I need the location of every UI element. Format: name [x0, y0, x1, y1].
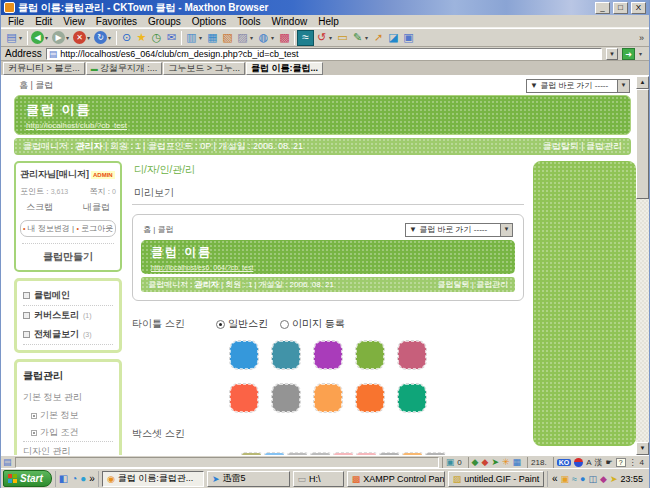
- box-skin-swatch-2[interactable]: [265, 453, 284, 455]
- forward-caret-icon[interactable]: ▾: [66, 34, 72, 41]
- admin-item-join-condition[interactable]: 가입 조건: [23, 424, 113, 441]
- menu-view[interactable]: View: [63, 16, 85, 27]
- box-skin-swatch-8[interactable]: [403, 453, 422, 455]
- ime-help-icon[interactable]: ?: [616, 458, 626, 467]
- chevron-down-icon[interactable]: ▼: [617, 80, 629, 92]
- title-skin-swatch-tomato[interactable]: [230, 384, 258, 412]
- groups-icon[interactable]: ▦: [205, 30, 220, 45]
- box-skin-swatch-7[interactable]: [380, 453, 399, 455]
- refresh-caret-icon[interactable]: ▾: [108, 34, 114, 41]
- menu-options[interactable]: Options: [192, 16, 226, 27]
- scrap-link[interactable]: 스크랩: [26, 201, 53, 214]
- go-caret-icon[interactable]: ▾: [639, 50, 645, 57]
- close-button[interactable]: X: [631, 2, 646, 14]
- back-caret-icon[interactable]: ▾: [45, 34, 51, 41]
- title-skin-swatch-teal[interactable]: [272, 341, 300, 369]
- scrollbar-thumb[interactable]: [636, 89, 649, 199]
- history-icon[interactable]: ◷: [149, 30, 164, 45]
- radio-normal-skin-label[interactable]: 일반스킨: [228, 317, 268, 331]
- messenger-tray-icon[interactable]: ●: [580, 474, 585, 484]
- edit-info-link[interactable]: 내 정보변경: [28, 224, 70, 233]
- scroll-down-icon[interactable]: ▼: [636, 442, 649, 455]
- maximize-button[interactable]: □: [613, 2, 628, 14]
- menu-help[interactable]: Help: [318, 16, 339, 27]
- toolbar-overflow-chevron[interactable]: »: [639, 33, 646, 43]
- task-paint[interactable]: ▨ untitled.GIF - Paint: [448, 471, 544, 487]
- ie-quick-icon[interactable]: ◔: [71, 473, 77, 484]
- ime-hanja-icon[interactable]: 漢: [594, 457, 602, 468]
- radio-image-upload-label[interactable]: 이미지 등록: [292, 317, 345, 331]
- menu-tools[interactable]: Tools: [237, 16, 260, 27]
- box-skin-swatch-3[interactable]: [288, 453, 307, 455]
- title-skin-swatch-blue[interactable]: [230, 341, 258, 369]
- box-skin-swatch-5[interactable]: [334, 453, 353, 455]
- sound-icon[interactable]: ✳: [502, 457, 510, 467]
- stop-caret-icon[interactable]: ▾: [87, 34, 93, 41]
- title-skin-swatch-lightorange[interactable]: [314, 384, 342, 412]
- club-quick-go-select[interactable]: ▼ 클럽 바로 가기 ----- ▼: [526, 79, 630, 93]
- task-thunder[interactable]: ➤ 迅雷5: [207, 471, 290, 487]
- club-url-link[interactable]: http://localhost/club/?cb_test: [26, 121, 127, 130]
- media-icon[interactable]: ▨: [235, 30, 250, 45]
- search-icon[interactable]: ⊙: [119, 30, 134, 45]
- favorites-icon[interactable]: ★: [134, 30, 149, 45]
- title-skin-swatch-purple[interactable]: [314, 341, 342, 369]
- box-skin-swatch-9[interactable]: [426, 453, 445, 455]
- preview-quick-go-select[interactable]: ▼ 클럽 바로 가기 ----- ▼: [405, 223, 513, 237]
- stop-icon[interactable]: ✕: [73, 31, 86, 44]
- globe-icon[interactable]: ◍: [256, 30, 271, 45]
- taegeuk-ime-icon[interactable]: [574, 458, 583, 467]
- mail-icon[interactable]: ✉: [164, 30, 179, 45]
- menu-club-main[interactable]: 클럽메인: [23, 286, 113, 305]
- split-icon[interactable]: ▥: [184, 30, 199, 45]
- my-club-link[interactable]: 내클럽: [83, 201, 110, 214]
- tab-rainbow[interactable]: ▬강철무지개 :...: [86, 62, 163, 75]
- notes-icon[interactable]: ▭: [335, 30, 350, 45]
- start-button[interactable]: Start: [3, 470, 52, 487]
- up-icon[interactable]: ➚: [371, 30, 386, 45]
- task-club-admin[interactable]: ◉ 클럽 이름:클럽관...: [102, 471, 204, 487]
- back-icon[interactable]: ◀: [31, 31, 44, 44]
- maxthon-quick-icon[interactable]: ◧: [59, 473, 68, 484]
- address-input[interactable]: ▤ http://localhost/es6_064/club/cm_desig…: [46, 48, 602, 60]
- club-links[interactable]: 클럽탈퇴 | 클럽관리: [543, 140, 622, 153]
- capture-icon[interactable]: ▧: [220, 30, 235, 45]
- title-skin-swatch-orange[interactable]: [356, 384, 384, 412]
- task-xampp[interactable]: ▩ XAMPP Control Pan...: [347, 471, 445, 487]
- menu-favorites[interactable]: Favorites: [96, 16, 137, 27]
- forward-icon[interactable]: ▶: [52, 31, 65, 44]
- box-skin-swatch-4[interactable]: [311, 453, 330, 455]
- network-tray-icon[interactable]: ◫: [588, 474, 597, 484]
- scroll-up-icon[interactable]: ▲: [636, 76, 649, 89]
- new-page-icon[interactable]: ▤: [4, 30, 19, 45]
- create-club-link[interactable]: 클럽만들기: [20, 250, 116, 264]
- tab-club-admin[interactable]: 클럽 이름:클럽...: [246, 62, 323, 75]
- go-button[interactable]: ➜: [622, 48, 635, 60]
- maxthon-swan-icon[interactable]: ≈: [297, 30, 314, 46]
- update-tray-icon[interactable]: ◆: [600, 474, 607, 484]
- grid-icon[interactable]: ▣: [401, 30, 416, 45]
- xampp-tray-icon[interactable]: ▣: [561, 474, 570, 484]
- feed-icon[interactable]: ◪: [386, 30, 401, 45]
- task-h-drive[interactable]: ▭ H:\: [293, 471, 344, 487]
- box-skin-swatch-6[interactable]: [357, 453, 376, 455]
- vertical-scrollbar[interactable]: ▲ ▼: [636, 76, 649, 455]
- admin-group-basic[interactable]: 기본 정보 관리: [23, 388, 113, 407]
- breadcrumb[interactable]: 홈 | 클럽: [19, 79, 53, 92]
- filter-icon[interactable]: ◆: [482, 457, 489, 467]
- script-icon[interactable]: ▦: [513, 457, 522, 467]
- media-quick-icon[interactable]: ●: [80, 473, 86, 484]
- maxthon-tray-icon[interactable]: ≈: [572, 474, 577, 484]
- menu-window[interactable]: Window: [272, 16, 308, 27]
- admin-item-basic-info[interactable]: 기본 정보: [23, 407, 113, 424]
- korean-lang-icon[interactable]: KO: [557, 459, 572, 466]
- ime-alpha-icon[interactable]: A: [586, 458, 591, 467]
- radio-image-upload[interactable]: [280, 320, 289, 329]
- title-skin-swatch-gray[interactable]: [272, 384, 300, 412]
- minimize-button[interactable]: _: [595, 2, 610, 14]
- address-url[interactable]: http://localhost/es6_064/club/cm_design.…: [60, 49, 298, 59]
- menu-cover-story[interactable]: 커버스토리 (1): [23, 306, 113, 325]
- form-icon[interactable]: ▩: [277, 30, 292, 45]
- title-skin-swatch-rose[interactable]: [398, 341, 426, 369]
- proxy-icon[interactable]: ◆: [472, 457, 479, 467]
